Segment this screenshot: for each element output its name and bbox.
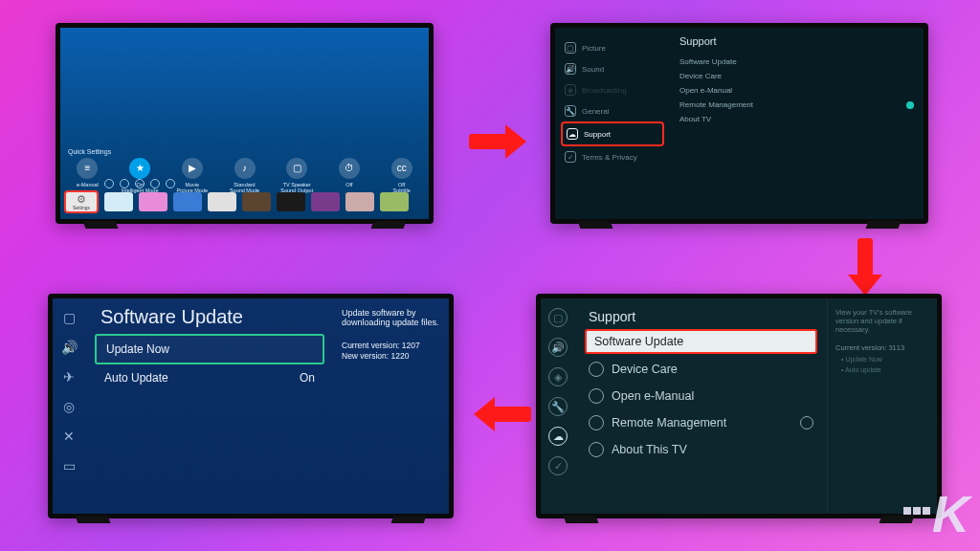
tv-step-1: Quick Settings ≡e-Manual ★OnIntelligent … bbox=[56, 23, 434, 224]
general-icon[interactable]: 🔧 bbox=[548, 397, 568, 416]
thumb[interactable] bbox=[173, 192, 202, 211]
qs-item-picture[interactable]: ▶MoviePicture Mode bbox=[170, 158, 213, 194]
play-icon: ▶ bbox=[182, 158, 203, 179]
app-icon[interactable] bbox=[150, 179, 160, 188]
sidebar-item-broadcasting[interactable]: ◈Broadcasting bbox=[561, 79, 664, 100]
arrow-left-icon bbox=[474, 397, 531, 431]
chevron-icon bbox=[589, 442, 604, 457]
tv4-icon-rail: ▢ 🔊 ✈ ◎ ✕ ▭ bbox=[53, 298, 85, 514]
shield-icon[interactable]: ✓ bbox=[548, 456, 568, 475]
thumb[interactable] bbox=[380, 192, 409, 211]
panel-item-remote-mgmt[interactable]: Remote Management bbox=[679, 98, 914, 112]
gear-icon: ⚙ bbox=[77, 194, 86, 205]
app-thumbnails bbox=[104, 192, 423, 211]
tv-step-4: ▢ 🔊 ✈ ◎ ✕ ▭ Software Update Update Now A… bbox=[48, 294, 454, 518]
watermark-logo: K bbox=[903, 484, 967, 543]
software-update-main: Software Update Update Now Auto UpdateOn bbox=[85, 298, 334, 514]
sound-icon: ♪ bbox=[234, 158, 256, 179]
page-title: Software Update bbox=[100, 306, 324, 328]
intelligent-icon: ★ bbox=[129, 158, 150, 179]
thumb[interactable] bbox=[242, 192, 271, 211]
panel-title: Support bbox=[679, 35, 914, 47]
picture-icon[interactable]: ▢ bbox=[63, 310, 76, 325]
tv-step-2: ▢Picture 🔊Sound ◈Broadcasting 🔧General ☁… bbox=[550, 23, 928, 224]
more-icon[interactable] bbox=[166, 179, 175, 188]
general-icon[interactable]: ◎ bbox=[63, 399, 75, 414]
book-icon[interactable]: ▭ bbox=[63, 458, 76, 474]
auto-update-state: On bbox=[300, 371, 315, 385]
sidebar-item-support[interactable]: ☁Support bbox=[561, 121, 664, 146]
support-panel: Support Software Update Device Care Open… bbox=[670, 28, 924, 219]
support-icon: ☁ bbox=[567, 128, 578, 140]
new-version: New version: 1220 bbox=[342, 351, 441, 362]
tv-step-3: ▢ 🔊 ◈ 🔧 ☁ ✓ Support Software Update Devi… bbox=[536, 294, 942, 518]
thumb[interactable] bbox=[139, 192, 167, 211]
thumb[interactable] bbox=[345, 192, 374, 211]
qs-item-emanual[interactable]: ≡e-Manual bbox=[66, 158, 109, 194]
update-info: Update software by downloading update fi… bbox=[334, 298, 449, 514]
subtitle-icon: cc bbox=[391, 158, 412, 179]
broadcast-icon: ◈ bbox=[565, 84, 576, 96]
settings-button[interactable]: ⚙ Settings bbox=[64, 190, 99, 213]
picture-icon[interactable]: ▢ bbox=[548, 308, 568, 327]
sound-icon[interactable]: 🔊 bbox=[61, 340, 78, 355]
tv1-screen: Quick Settings ≡e-Manual ★OnIntelligent … bbox=[60, 28, 429, 219]
broadcast-icon[interactable]: ✈ bbox=[63, 369, 75, 385]
search-icon[interactable] bbox=[120, 179, 129, 188]
qs-item-subtitle[interactable]: ccOffSubtitle bbox=[380, 158, 423, 194]
panel-item-software-update[interactable]: Software Update bbox=[679, 55, 914, 69]
sidebar-item-general[interactable]: 🔧General bbox=[561, 100, 664, 121]
qs-item-sound[interactable]: ♪StandardSound Mode bbox=[223, 158, 266, 194]
update-desc: Update software by downloading update fi… bbox=[342, 308, 441, 327]
panel-item-about-tv[interactable]: About TV bbox=[679, 112, 914, 126]
shield-icon: ✓ bbox=[565, 151, 576, 163]
current-version: Current version: 1207 bbox=[342, 341, 441, 351]
row-about-tv[interactable]: About This TV bbox=[575, 436, 827, 463]
speaker-icon: ▢ bbox=[286, 158, 307, 179]
row-software-update[interactable]: Software Update bbox=[585, 329, 817, 354]
tv4-screen: ▢ 🔊 ✈ ◎ ✕ ▭ Software Update Update Now A… bbox=[53, 298, 449, 514]
auto-update-row[interactable]: Auto UpdateOn bbox=[95, 364, 324, 391]
update-now-row[interactable]: Update Now bbox=[95, 334, 324, 364]
info-sub2: • Auto update bbox=[835, 366, 929, 373]
source-icon[interactable] bbox=[135, 179, 145, 188]
status-dot-icon bbox=[906, 101, 914, 109]
status-ring-icon bbox=[800, 416, 813, 430]
qs-item-off1[interactable]: ⏱Off bbox=[328, 158, 371, 194]
panel-item-device-care[interactable]: Device Care bbox=[679, 69, 914, 83]
tv3-icon-rail: ▢ 🔊 ◈ 🔧 ☁ ✓ bbox=[541, 298, 575, 514]
tv2-screen: ▢Picture 🔊Sound ◈Broadcasting 🔧General ☁… bbox=[555, 28, 924, 219]
wrench-icon: 🔧 bbox=[565, 105, 576, 117]
sidebar-item-picture[interactable]: ▢Picture bbox=[561, 37, 664, 58]
sidebar-item-terms[interactable]: ✓Terms & Privacy bbox=[561, 146, 664, 167]
arrow-right-icon bbox=[469, 124, 526, 159]
picture-icon: ▢ bbox=[565, 42, 576, 54]
thumb[interactable] bbox=[104, 192, 133, 211]
settings-label: Settings bbox=[73, 205, 90, 210]
sound-icon[interactable]: 🔊 bbox=[548, 338, 568, 357]
sidebar-item-sound[interactable]: 🔊Sound bbox=[561, 58, 664, 79]
row-remote-mgmt[interactable]: Remote Management bbox=[575, 409, 827, 436]
support-heading: Support bbox=[575, 306, 827, 327]
thumb[interactable] bbox=[311, 192, 340, 211]
book-icon: ≡ bbox=[77, 158, 98, 179]
quick-settings-label: Quick Settings bbox=[68, 148, 111, 155]
chevron-icon bbox=[589, 388, 604, 404]
thumb[interactable] bbox=[208, 192, 236, 211]
tools-icon[interactable]: ✕ bbox=[63, 429, 75, 444]
info-sub1: • Update Now bbox=[835, 356, 929, 363]
timer-icon: ⏱ bbox=[339, 158, 360, 179]
row-emanual[interactable]: Open e-Manual bbox=[575, 383, 827, 409]
qs-item-output[interactable]: ▢TV SpeakerSound Output bbox=[276, 158, 319, 194]
chevron-icon bbox=[589, 415, 604, 430]
notif-icon[interactable] bbox=[104, 179, 114, 188]
launcher-icons bbox=[104, 179, 175, 188]
info-desc: View your TV's software version and upda… bbox=[835, 308, 929, 334]
support-icon[interactable]: ☁ bbox=[548, 427, 568, 446]
thumb[interactable] bbox=[277, 192, 305, 211]
panel-item-emanual[interactable]: Open e-Manual bbox=[679, 83, 914, 98]
row-device-care[interactable]: Device Care bbox=[575, 356, 827, 383]
info-pane: View your TV's software version and upda… bbox=[827, 298, 937, 514]
settings-sidebar: ▢Picture 🔊Sound ◈Broadcasting 🔧General ☁… bbox=[555, 28, 670, 219]
broadcast-icon[interactable]: ◈ bbox=[548, 367, 568, 386]
